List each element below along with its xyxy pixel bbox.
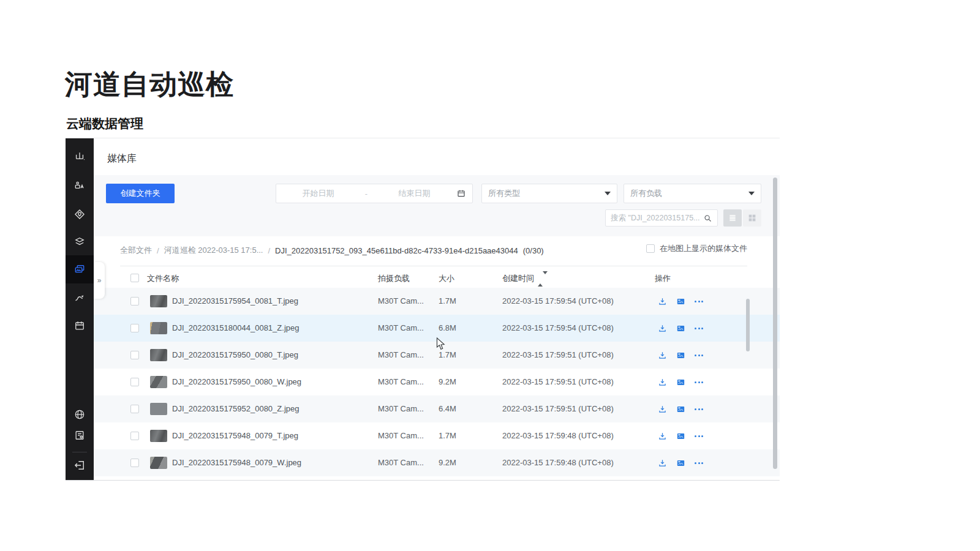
page-scrollbar[interactable]	[773, 178, 777, 469]
file-name[interactable]: DJI_20220315175950_0080_T.jpeg	[172, 350, 298, 359]
grid-view-button[interactable]	[743, 209, 761, 227]
media-library-icon	[74, 263, 86, 276]
table-row[interactable]: DJI_20220315175950_0080_T.jpeg M30T Cam.…	[94, 342, 780, 369]
map-view-icon[interactable]	[674, 403, 687, 415]
map-view-icon[interactable]	[674, 295, 687, 307]
show-on-map-toggle[interactable]: 在地图上显示的媒体文件	[646, 243, 747, 254]
table-scrollbar[interactable]	[746, 299, 750, 351]
chevron-down-icon	[605, 192, 611, 195]
row-checkbox[interactable]	[130, 297, 139, 305]
column-header-payload: 拍摄负载	[378, 273, 410, 284]
sidebar-item-language[interactable]	[69, 403, 91, 425]
search-box	[605, 209, 718, 227]
table-row[interactable]: DJI_20220315175954_0081_T.jpeg M30T Cam.…	[94, 288, 780, 315]
globe-icon	[74, 408, 86, 421]
select-all-checkbox[interactable]	[130, 274, 139, 282]
sidebar-item-routes[interactable]	[69, 287, 91, 309]
file-thumbnail[interactable]	[150, 295, 167, 307]
column-header-created: 创建时间	[502, 273, 548, 284]
show-on-map-checkbox[interactable]	[646, 244, 655, 253]
exit-icon	[74, 459, 86, 471]
row-checkbox[interactable]	[130, 324, 139, 332]
file-name[interactable]: DJI_20220315180044_0081_Z.jpeg	[172, 323, 299, 332]
map-view-icon[interactable]	[674, 457, 687, 469]
table-header: 文件名称 拍摄负载 大小 创建时间 操作	[94, 272, 780, 288]
payload-filter-value: 所有负载	[630, 188, 662, 199]
download-icon[interactable]	[656, 457, 668, 469]
download-icon[interactable]	[656, 349, 668, 361]
map-view-icon[interactable]	[674, 322, 687, 334]
file-name[interactable]: DJI_20220315175948_0079_T.jpeg	[172, 431, 298, 440]
download-icon[interactable]	[656, 376, 668, 388]
row-checkbox[interactable]	[130, 378, 139, 386]
type-filter-dropdown[interactable]: 所有类型	[481, 184, 617, 203]
table-row[interactable]: DJI_20220315175952_0080_Z.jpeg M30T Cam.…	[94, 395, 780, 422]
more-icon[interactable]	[693, 349, 705, 361]
sidebar-item-exit[interactable]	[69, 454, 91, 476]
row-checkbox[interactable]	[130, 405, 139, 413]
show-on-map-label: 在地图上显示的媒体文件	[660, 243, 747, 254]
row-checkbox[interactable]	[130, 459, 139, 467]
file-thumbnail[interactable]	[150, 376, 167, 388]
map-view-icon[interactable]	[674, 376, 687, 388]
map-view-icon[interactable]	[674, 430, 687, 442]
download-icon[interactable]	[656, 322, 668, 334]
file-payload: M30T Cam...	[378, 323, 424, 332]
file-payload: M30T Cam...	[378, 377, 424, 386]
sidebar-item-devices[interactable]	[69, 175, 91, 197]
table-row[interactable]: DJI_20220315180044_0081_Z.jpeg M30T Cam.…	[94, 315, 780, 342]
row-checkbox[interactable]	[130, 432, 139, 440]
grid-view-icon	[747, 213, 757, 223]
file-thumbnail[interactable]	[150, 322, 167, 334]
search-input[interactable]	[611, 214, 703, 222]
more-icon[interactable]	[693, 295, 705, 307]
table-row[interactable]: DJI_20220315175948_0079_W.jpeg M30T Cam.…	[94, 449, 780, 476]
table-row[interactable]: DJI_20220315175950_0080_W.jpeg M30T Cam.…	[94, 369, 780, 395]
create-folder-button[interactable]: 创建文件夹	[106, 184, 175, 203]
sidebar-item-logs[interactable]	[69, 424, 91, 446]
breadcrumb-folder[interactable]: 河道巡检 2022-03-15 17:5...	[164, 245, 263, 256]
file-name[interactable]: DJI_20220315175954_0081_T.jpeg	[172, 296, 298, 305]
page-title: 河道自动巡检	[65, 66, 234, 103]
file-thumbnail[interactable]	[150, 349, 167, 361]
file-name[interactable]: DJI_20220315175948_0079_W.jpeg	[172, 458, 301, 467]
payload-filter-dropdown[interactable]: 所有负载	[624, 184, 761, 203]
row-checkbox[interactable]	[130, 351, 139, 359]
more-icon[interactable]	[693, 430, 705, 442]
file-thumbnail[interactable]	[150, 457, 167, 469]
toolbar: 创建文件夹 开始日期 - 结束日期 所有类型 所有负载	[94, 175, 780, 236]
file-size: 1.7M	[439, 431, 456, 440]
more-icon[interactable]	[693, 322, 705, 334]
sidebar-divider	[72, 452, 87, 452]
file-name[interactable]: DJI_20220315175950_0080_W.jpeg	[172, 377, 301, 386]
end-date-placeholder[interactable]: 结束日期	[372, 188, 456, 199]
more-icon[interactable]	[693, 403, 705, 415]
page-subtitle: 云端数据管理	[66, 115, 143, 132]
download-icon[interactable]	[656, 403, 668, 415]
sidebar-expand-handle[interactable]: »	[94, 262, 105, 299]
list-view-button[interactable]	[723, 209, 742, 227]
more-icon[interactable]	[693, 376, 705, 388]
sidebar	[66, 138, 94, 480]
file-thumbnail[interactable]	[150, 403, 167, 415]
column-header-size: 大小	[439, 273, 454, 284]
sidebar-item-media-library[interactable]	[69, 258, 91, 280]
breadcrumb-root[interactable]: 全部文件	[120, 245, 152, 256]
sidebar-item-calendar[interactable]	[69, 315, 91, 337]
date-range-picker[interactable]: 开始日期 - 结束日期	[276, 184, 473, 203]
download-icon[interactable]	[656, 295, 668, 307]
sort-icon[interactable]	[538, 274, 548, 283]
sidebar-item-map-pin[interactable]	[69, 203, 91, 225]
download-icon[interactable]	[656, 430, 668, 442]
column-header-actions: 操作	[655, 273, 671, 284]
sidebar-item-layers[interactable]	[69, 231, 91, 253]
calendar-icon	[74, 320, 86, 332]
table-row[interactable]: DJI_20220315175948_0079_T.jpeg M30T Cam.…	[94, 422, 780, 449]
map-view-icon[interactable]	[674, 349, 687, 361]
start-date-placeholder[interactable]: 开始日期	[276, 188, 360, 199]
more-icon[interactable]	[693, 457, 705, 469]
file-thumbnail[interactable]	[150, 430, 167, 442]
sidebar-item-projects[interactable]	[69, 146, 91, 168]
search-icon[interactable]	[703, 214, 712, 223]
file-name[interactable]: DJI_20220315175952_0080_Z.jpeg	[172, 404, 299, 413]
